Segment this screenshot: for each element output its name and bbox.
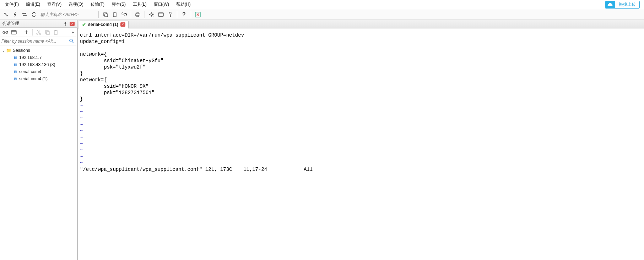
settings-icon[interactable] bbox=[148, 11, 156, 18]
reconnect-icon[interactable] bbox=[21, 11, 28, 18]
xftp-icon[interactable] bbox=[194, 11, 202, 18]
session-manager-header: 会话管理 ✕ bbox=[0, 20, 77, 28]
status-position: All bbox=[304, 166, 313, 173]
terminal-area: ✔ serial-com4 (1) ✕ ctrl_interface=DIR=/… bbox=[77, 20, 644, 260]
toolbar: ? bbox=[0, 9, 644, 20]
terminal-tilde-line: ~ bbox=[80, 160, 642, 166]
terminal-tilde-line: ~ bbox=[80, 121, 642, 128]
session-icon: 🖥 bbox=[12, 55, 18, 60]
toolbar-separator bbox=[131, 11, 131, 18]
svg-rect-2 bbox=[113, 13, 116, 17]
toolbar-separator bbox=[145, 11, 145, 18]
svg-rect-5 bbox=[137, 13, 139, 14]
tab-serial-com4-1[interactable]: ✔ serial-com4 (1) ✕ bbox=[79, 21, 129, 28]
search-icon[interactable] bbox=[68, 39, 75, 43]
host-input[interactable] bbox=[39, 11, 96, 18]
new-folder-icon[interactable]: + bbox=[22, 28, 30, 36]
menu-view[interactable]: 查看(V) bbox=[44, 0, 65, 9]
terminal-line: ssid="ChinaNet-yGfu" bbox=[80, 58, 642, 64]
find-icon[interactable] bbox=[120, 11, 128, 18]
terminal-line: psk="tlyxwu2f" bbox=[80, 64, 642, 70]
copy-session-icon bbox=[43, 28, 51, 36]
session-icon: 🖥 bbox=[12, 70, 18, 74]
cut-icon bbox=[35, 28, 43, 36]
close-panel-icon[interactable]: ✕ bbox=[70, 22, 75, 26]
toolbar-separator bbox=[191, 11, 191, 18]
terminal-line: update_config=1 bbox=[80, 38, 642, 45]
menu-script[interactable]: 脚本(S) bbox=[108, 0, 129, 9]
menu-help[interactable]: 帮助(H) bbox=[173, 0, 194, 9]
menu-bar: 文件(F) 编辑(E) 查看(V) 选项(O) 传输(T) 脚本(S) 工具(L… bbox=[0, 0, 644, 9]
pin-icon[interactable] bbox=[63, 21, 68, 27]
menu-options[interactable]: 选项(O) bbox=[65, 0, 87, 9]
new-session-icon[interactable] bbox=[10, 28, 18, 36]
svg-point-10 bbox=[169, 12, 171, 14]
session-icon: 🖥 bbox=[12, 63, 18, 67]
terminal[interactable]: ctrl_interface=DIR=/var/run/wpa_supplica… bbox=[77, 28, 644, 260]
menu-transfer[interactable]: 传输(T) bbox=[87, 0, 108, 9]
terminal-line: network={ bbox=[80, 51, 642, 58]
menu-edit[interactable]: 编辑(E) bbox=[22, 0, 44, 9]
session-item[interactable]: 🖥 192.168.43.136 (3) bbox=[0, 61, 77, 68]
toolbar-separator bbox=[98, 11, 99, 18]
paste-icon[interactable] bbox=[111, 11, 119, 18]
svg-rect-1 bbox=[105, 14, 108, 17]
terminal-tilde-line: ~ bbox=[80, 128, 642, 134]
terminal-tilde-line: ~ bbox=[80, 102, 642, 109]
expand-toggle-icon[interactable]: ⌄ bbox=[1, 49, 6, 53]
session-manager-panel: 会话管理 ✕ + » ⌄ 📁 Ses bbox=[0, 20, 77, 260]
session-options-icon[interactable] bbox=[157, 11, 165, 18]
menu-window[interactable]: 窗口(W) bbox=[150, 0, 173, 9]
terminal-line: } bbox=[80, 96, 642, 102]
session-filter-input[interactable] bbox=[1, 39, 68, 44]
session-filter bbox=[0, 37, 77, 45]
status-cursor: 11,17-24 bbox=[243, 166, 304, 173]
terminal-tilde-line: ~ bbox=[80, 109, 642, 115]
print-icon[interactable] bbox=[134, 11, 142, 18]
status-file: "/etc/wpa_supplicant/wpa_supplicant.conf… bbox=[80, 166, 243, 173]
terminal-tilde-line: ~ bbox=[80, 115, 642, 121]
menu-file[interactable]: 文件(F) bbox=[1, 0, 22, 9]
session-item[interactable]: 🖥 serial-com4 bbox=[0, 68, 77, 75]
key-icon[interactable] bbox=[166, 11, 174, 18]
session-label: serial-com4 bbox=[19, 69, 41, 74]
session-label: 192.168.43.136 (3) bbox=[19, 62, 55, 67]
svg-rect-21 bbox=[47, 32, 49, 34]
svg-rect-3 bbox=[114, 12, 115, 13]
copy-icon[interactable] bbox=[102, 11, 109, 18]
session-toolbar: + » bbox=[0, 28, 77, 37]
link-icon[interactable] bbox=[1, 28, 9, 36]
cloud-upload-icon bbox=[605, 1, 615, 8]
help-icon[interactable]: ? bbox=[180, 11, 188, 18]
terminal-line: network={ bbox=[80, 77, 642, 83]
quick-connect-icon[interactable] bbox=[11, 11, 19, 18]
tab-strip: ✔ serial-com4 (1) ✕ bbox=[77, 20, 644, 28]
terminal-tilde-line: ~ bbox=[80, 134, 642, 141]
paste-session-icon bbox=[52, 28, 60, 36]
menu-tools[interactable]: 工具(L) bbox=[129, 0, 150, 9]
terminal-line: } bbox=[80, 70, 642, 77]
svg-rect-16 bbox=[11, 31, 16, 34]
svg-point-7 bbox=[151, 13, 153, 15]
tab-close-icon[interactable]: ✕ bbox=[120, 22, 125, 27]
vim-status-line: "/etc/wpa_supplicant/wpa_supplicant.conf… bbox=[80, 166, 642, 173]
terminal-tilde-line: ~ bbox=[80, 147, 642, 153]
session-manager-title: 会话管理 bbox=[2, 21, 63, 27]
tree-root-sessions[interactable]: ⌄ 📁 Sessions bbox=[0, 47, 77, 54]
terminal-tilde-line: ~ bbox=[80, 153, 642, 160]
terminal-line: psk="13827317561" bbox=[80, 90, 642, 96]
svg-line-25 bbox=[72, 42, 74, 43]
svg-rect-22 bbox=[54, 31, 57, 34]
session-item[interactable]: 🖥 serial-com4 (1) bbox=[0, 75, 77, 82]
session-label: serial-com4 (1) bbox=[19, 76, 48, 81]
session-item[interactable]: 🖥 192.168.1.7 bbox=[0, 54, 77, 61]
folder-icon: 📁 bbox=[6, 48, 11, 53]
collapse-chevron-icon[interactable]: » bbox=[70, 30, 75, 35]
disconnect-icon[interactable] bbox=[30, 11, 38, 18]
terminal-line bbox=[80, 45, 642, 51]
drag-upload-button[interactable]: 拖拽上传 bbox=[605, 1, 640, 9]
drag-upload-label: 拖拽上传 bbox=[615, 1, 639, 7]
connect-icon[interactable] bbox=[2, 11, 10, 18]
session-label: 192.168.1.7 bbox=[19, 55, 42, 60]
terminal-line: ctrl_interface=DIR=/var/run/wpa_supplica… bbox=[80, 32, 642, 38]
